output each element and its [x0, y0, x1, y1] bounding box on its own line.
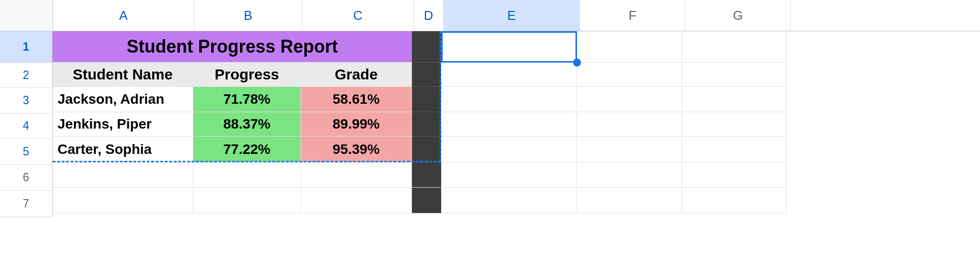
table-row: Student Name Progress Grade — [53, 63, 787, 87]
row-header-3[interactable]: 3 — [0, 88, 53, 114]
cell-C4-grade[interactable]: 89.99% — [301, 112, 412, 137]
cell-F4[interactable] — [577, 112, 682, 137]
progress-value: 71.78% — [224, 91, 271, 107]
viewport-cutoff — [0, 276, 980, 280]
cell-A7[interactable] — [53, 188, 193, 213]
cell-E5[interactable] — [441, 137, 577, 162]
spreadsheet[interactable]: A B C D E F G 1 2 3 4 5 6 7 Student Prog… — [0, 0, 980, 280]
cell-D3[interactable] — [412, 87, 441, 112]
cell-C3-grade[interactable]: 58.61% — [301, 87, 412, 112]
cell-B6[interactable] — [193, 162, 301, 188]
col-header-label: A — [119, 8, 127, 23]
cell-G7[interactable] — [682, 188, 787, 213]
col-header-label: G — [733, 8, 743, 23]
cell-D4[interactable] — [412, 112, 441, 137]
cell-G2[interactable] — [682, 63, 787, 87]
row-header-label: 4 — [23, 119, 29, 133]
cell-C7[interactable] — [301, 188, 412, 213]
col-header-D[interactable]: D — [414, 0, 444, 31]
col-header-B[interactable]: B — [194, 0, 302, 31]
header-progress: Progress — [215, 66, 279, 83]
cell-E7[interactable] — [441, 188, 577, 213]
col-header-F[interactable]: F — [580, 0, 686, 31]
cell-F7[interactable] — [577, 188, 682, 213]
table-row: Student Progress Report — [53, 31, 787, 63]
progress-value: 77.22% — [224, 141, 271, 157]
col-header-E[interactable]: E — [444, 0, 580, 31]
cell-B7[interactable] — [193, 188, 301, 213]
table-row — [53, 162, 787, 188]
cell-F1[interactable] — [577, 31, 682, 63]
active-cell-handle[interactable] — [573, 59, 581, 67]
row-header-1[interactable]: 1 — [0, 31, 53, 63]
cell-F6[interactable] — [577, 162, 682, 188]
row-header-label: 2 — [23, 69, 29, 82]
row-header-label: 3 — [23, 94, 29, 107]
cell-C5-grade[interactable]: 95.39% — [301, 137, 412, 162]
row-header-7[interactable]: 7 — [0, 191, 53, 217]
cell-B2-header[interactable]: Progress — [193, 63, 301, 87]
table-row — [53, 188, 787, 213]
cell-A1-title[interactable]: Student Progress Report — [53, 31, 412, 63]
table-row: Carter, Sophia 77.22% 95.39% — [53, 137, 787, 162]
cell-A6[interactable] — [53, 162, 193, 188]
cell-F5[interactable] — [577, 137, 682, 162]
grade-value: 95.39% — [333, 141, 380, 157]
progress-value: 88.37% — [224, 116, 271, 132]
row-header-label: 5 — [23, 145, 29, 158]
col-header-label: D — [424, 8, 433, 23]
cell-D1[interactable] — [412, 31, 441, 63]
col-header-label: E — [507, 8, 516, 23]
header-grade: Grade — [335, 66, 378, 83]
cell-B4-progress[interactable]: 88.37% — [193, 112, 301, 137]
cell-E3[interactable] — [441, 87, 577, 112]
cell-A2-header[interactable]: Student Name — [53, 63, 193, 87]
cell-A4-student[interactable]: Jenkins, Piper — [53, 112, 193, 137]
cell-G4[interactable] — [682, 112, 787, 137]
student-name: Jenkins, Piper — [58, 116, 152, 132]
row-header-4[interactable]: 4 — [0, 114, 53, 139]
title-text: Student Progress Report — [126, 36, 338, 57]
grade-value: 58.61% — [333, 91, 380, 107]
student-name: Jackson, Adrian — [58, 91, 164, 107]
cell-D2[interactable] — [412, 63, 441, 87]
cell-G5[interactable] — [682, 137, 787, 162]
table-row: Jenkins, Piper 88.37% 89.99% — [53, 112, 787, 137]
row-header-2[interactable]: 2 — [0, 63, 53, 88]
cell-F3[interactable] — [577, 87, 682, 112]
cell-E1[interactable] — [441, 31, 577, 63]
row-header-label: 1 — [23, 40, 29, 54]
header-student: Student Name — [73, 66, 173, 83]
col-header-label: B — [244, 8, 252, 23]
col-header-label: C — [353, 8, 363, 23]
row-header-label: 7 — [23, 197, 29, 210]
col-header-C[interactable]: C — [302, 0, 414, 31]
cell-A3-student[interactable]: Jackson, Adrian — [53, 87, 193, 112]
cell-C2-header[interactable]: Grade — [301, 63, 412, 87]
cell-E4[interactable] — [441, 112, 577, 137]
cell-E2[interactable] — [441, 63, 577, 87]
cell-E6[interactable] — [441, 162, 577, 188]
cell-B3-progress[interactable]: 71.78% — [193, 87, 301, 112]
table-row: Jackson, Adrian 71.78% 58.61% — [53, 87, 787, 112]
cell-G1[interactable] — [682, 31, 787, 63]
select-all-corner[interactable] — [0, 0, 53, 31]
cell-G3[interactable] — [682, 87, 787, 112]
cell-D6[interactable] — [412, 162, 441, 188]
col-header-G[interactable]: G — [686, 0, 791, 31]
cell-D7[interactable] — [412, 188, 441, 213]
cell-C6[interactable] — [301, 162, 412, 188]
row-header-6[interactable]: 6 — [0, 165, 53, 191]
cell-A5-student[interactable]: Carter, Sophia — [53, 137, 193, 162]
row-header-5[interactable]: 5 — [0, 139, 53, 165]
cell-F2[interactable] — [577, 63, 682, 87]
student-name: Carter, Sophia — [58, 141, 152, 157]
cell-D5[interactable] — [412, 137, 441, 162]
grid[interactable]: Student Progress Report Student Name Pro… — [53, 31, 787, 217]
col-header-A[interactable]: A — [53, 0, 194, 31]
row-header-label: 6 — [23, 171, 29, 184]
cell-B5-progress[interactable]: 77.22% — [193, 137, 301, 162]
col-header-label: F — [629, 8, 636, 23]
row-header-col: 1 2 3 4 5 6 7 — [0, 31, 53, 217]
cell-G6[interactable] — [682, 162, 787, 188]
